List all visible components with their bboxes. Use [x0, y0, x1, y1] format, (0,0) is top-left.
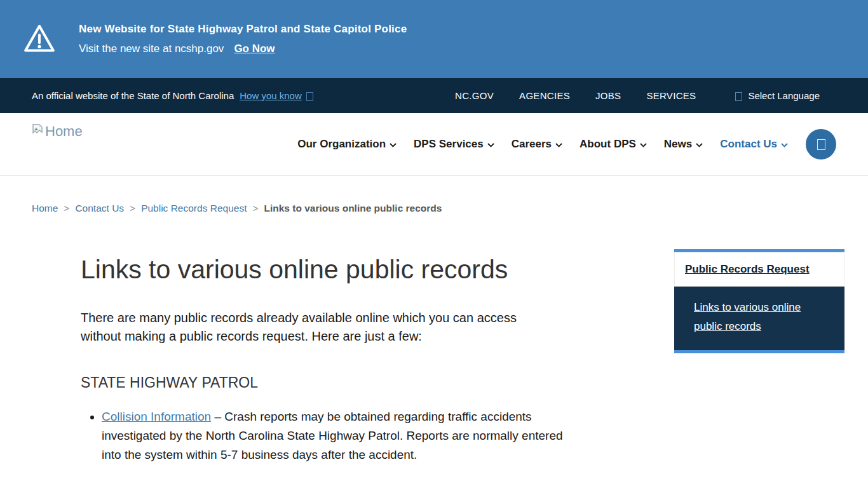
alert-title: New Website for State Highway Patrol and…: [79, 23, 407, 36]
list-item: Collision Information – Crash reports ma…: [102, 407, 566, 464]
search-button[interactable]: [806, 129, 836, 159]
nav-contact-us[interactable]: Contact Us: [720, 138, 788, 151]
sidebar-item-links-to-records[interactable]: Links to various online public records: [694, 301, 801, 332]
sidebar-public-records: Public Records Request Links to various …: [674, 249, 844, 353]
select-language-button[interactable]: Select Language: [735, 90, 820, 101]
nav-label: Our Organization: [297, 138, 386, 151]
language-globe-icon: [735, 92, 742, 101]
sidebar-active-section: Links to various online public records: [674, 287, 844, 350]
select-language-label: Select Language: [748, 90, 820, 101]
page-layout: Links to various online public records T…: [0, 214, 868, 464]
home-logo-link[interactable]: Home: [32, 123, 83, 140]
nav-ncgov-link[interactable]: NC.GOV: [455, 90, 494, 101]
page-title: Links to various online public records: [81, 251, 526, 288]
breadcrumb-separator: >: [252, 203, 258, 214]
chevron-down-icon: [555, 143, 562, 147]
chevron-down-icon: [640, 143, 647, 147]
home-logo-alt-text: Home: [45, 123, 83, 140]
section-heading-state-highway-patrol: STATE HIGHWAY PATROL: [81, 374, 674, 391]
alert-text: New Website for State Highway Patrol and…: [79, 23, 407, 55]
go-now-link[interactable]: Go Now: [234, 43, 275, 55]
collision-information-link[interactable]: Collision Information: [102, 410, 211, 423]
utility-bar: An official website of the State of Nort…: [0, 78, 868, 113]
breadcrumb-current-page: Links to various online public records: [264, 203, 442, 214]
nav-our-organization[interactable]: Our Organization: [297, 138, 397, 151]
official-website-text: An official website of the State of Nort…: [32, 90, 234, 101]
how-you-know-link[interactable]: How you know: [240, 90, 302, 101]
nav-label: Contact Us: [720, 138, 777, 151]
breadcrumb-separator: >: [130, 203, 135, 214]
breadcrumb-public-records-request[interactable]: Public Records Request: [141, 203, 247, 214]
chevron-down-icon: [696, 143, 703, 147]
broken-image-icon: [32, 123, 44, 137]
intro-paragraph: There are many public records already av…: [81, 309, 556, 346]
nav-careers[interactable]: Careers: [512, 138, 562, 151]
breadcrumb-separator: >: [64, 203, 69, 214]
nav-label: News: [664, 138, 692, 151]
nav-agencies-link[interactable]: AGENCIES: [519, 90, 570, 101]
breadcrumb: Home > Contact Us > Public Records Reque…: [0, 176, 868, 214]
chevron-down-icon: [487, 143, 494, 147]
chevron-down-icon: [390, 143, 397, 147]
alert-subtitle: Visit the new site at ncshp.gov: [79, 43, 224, 55]
records-list: Collision Information – Crash reports ma…: [102, 407, 566, 464]
nav-label: About DPS: [580, 138, 636, 151]
nav-services-link[interactable]: SERVICES: [646, 90, 696, 101]
nav-jobs-link[interactable]: JOBS: [595, 90, 621, 101]
breadcrumb-home[interactable]: Home: [32, 203, 58, 214]
sidebar-title-link[interactable]: Public Records Request: [685, 263, 810, 275]
chevron-down-icon: [781, 143, 788, 147]
sidebar-title-box: Public Records Request: [674, 252, 844, 287]
nav-dps-services[interactable]: DPS Services: [414, 138, 494, 151]
warning-icon: [22, 22, 57, 57]
nav-label: Careers: [512, 138, 552, 151]
nav-news[interactable]: News: [664, 138, 703, 151]
alert-banner: New Website for State Highway Patrol and…: [0, 0, 868, 78]
utility-links: NC.GOV AGENCIES JOBS SERVICES Select Lan…: [430, 90, 820, 101]
nav-about-dps[interactable]: About DPS: [580, 138, 647, 151]
site-header: Home Our Organization DPS Services Caree…: [0, 113, 868, 176]
main-content: Links to various online public records T…: [81, 214, 674, 464]
search-icon: [817, 139, 825, 150]
main-nav: Our Organization DPS Services Careers Ab…: [280, 129, 836, 159]
info-icon: [306, 92, 313, 101]
nav-label: DPS Services: [414, 138, 484, 151]
breadcrumb-contact-us[interactable]: Contact Us: [75, 203, 124, 214]
